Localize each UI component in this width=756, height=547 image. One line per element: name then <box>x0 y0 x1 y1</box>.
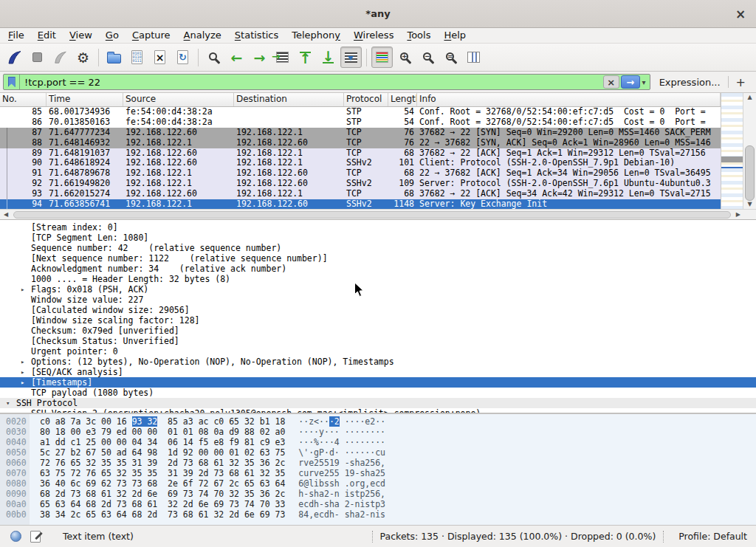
detail-line[interactable]: [Next sequence number: 1122 (relative se… <box>0 253 756 264</box>
expression-button[interactable]: Expression... <box>650 77 728 88</box>
hex-row[interactable]: 008036 40 6c 69 62 73 73 68 2e 6f 72 67 … <box>0 478 756 489</box>
titlebar[interactable]: *any × <box>0 0 756 28</box>
packet-row[interactable]: 9071.648618924192.168.122.60192.168.122.… <box>0 158 721 168</box>
hex-row[interactable]: 007063 75 72 76 65 32 35 35 31 39 2d 73 … <box>0 468 756 478</box>
column-header-source[interactable]: Source <box>123 93 234 106</box>
detail-line[interactable]: ▾SSH Protocol <box>0 398 756 408</box>
detail-line[interactable]: [Calculated window size: 29056] <box>0 305 756 315</box>
add-filter-button[interactable]: + <box>729 75 752 89</box>
detail-line[interactable]: ▸[Timestamps] <box>0 377 756 388</box>
detail-line[interactable]: [Stream index: 0] <box>0 222 756 233</box>
menu-item-statistics[interactable]: Statistics <box>228 28 285 43</box>
detail-line[interactable]: ▸Flags: 0x018 (PSH, ACK) <box>0 284 756 295</box>
packet-row[interactable]: 9271.661949820192.168.122.1192.168.122.6… <box>0 179 721 189</box>
go-forward-button[interactable]: → <box>249 47 270 68</box>
menu-item-analyze[interactable]: Analyze <box>177 28 228 43</box>
column-header-no[interactable]: No. <box>0 93 47 106</box>
auto-scroll-button[interactable] <box>340 47 362 68</box>
reload-file-button[interactable]: ↻ <box>172 47 193 68</box>
expand-arrow-icon[interactable]: ▸ <box>19 377 31 388</box>
restart-capture-button[interactable] <box>49 47 71 68</box>
detail-line[interactable]: ▸[SEQ/ACK analysis] <box>0 367 756 377</box>
packet-row[interactable]: 8971.648191037192.168.122.60192.168.122.… <box>0 148 721 159</box>
hex-row[interactable]: 00505c 27 b2 67 50 ad 64 98 1d 92 00 00 … <box>0 447 756 458</box>
filter-dropdown-icon[interactable]: ▾ <box>640 78 650 86</box>
detail-line[interactable]: Sequence number: 42 (relative sequence n… <box>0 243 756 253</box>
stop-capture-button[interactable] <box>27 47 48 68</box>
hscrollbar-thumb[interactable] <box>13 211 731 219</box>
packet-row[interactable]: 9171.648789678192.168.122.1192.168.122.6… <box>0 168 721 179</box>
packet-list-horizontal-scrollbar[interactable]: ◀ ▶ <box>0 209 756 219</box>
go-to-packet-button[interactable]: → <box>272 47 293 68</box>
find-packet-button[interactable] <box>203 47 224 68</box>
detail-line[interactable]: Window size value: 227 <box>0 295 756 305</box>
detail-line[interactable]: [Window size scaling factor: 128] <box>0 315 756 326</box>
hex-row[interactable]: 009068 2d 73 68 61 32 2d 6e 69 73 74 70 … <box>0 489 756 499</box>
save-file-button[interactable]: 010101100111 <box>126 47 148 68</box>
expert-info-icon[interactable] <box>10 531 21 542</box>
expand-arrow-icon[interactable]: ▸ <box>19 284 31 295</box>
scroll-down-icon[interactable]: ▼ <box>747 200 752 209</box>
column-header-protocol[interactable]: Protocol <box>344 93 388 106</box>
packet-row[interactable]: 9371.662015274192.168.122.60192.168.122.… <box>0 189 721 199</box>
menu-item-capture[interactable]: Capture <box>126 28 177 43</box>
menu-item-edit[interactable]: Edit <box>31 28 63 43</box>
packet-row[interactable]: 8670.013850163fe:54:00:d4:38:2aSTP54Conf… <box>0 117 721 128</box>
menu-item-go[interactable]: Go <box>99 28 126 43</box>
column-header-time[interactable]: Time <box>47 93 123 106</box>
detail-line[interactable]: Urgent pointer: 0 <box>0 346 756 357</box>
menu-item-help[interactable]: Help <box>437 28 472 43</box>
hex-row[interactable]: 0020c0 a8 7a 3c 00 16 93 32 85 a3 ac c0 … <box>0 416 756 427</box>
scrollbar-thumb[interactable] <box>745 145 755 201</box>
go-back-button[interactable]: ← <box>226 47 247 68</box>
menu-item-tools[interactable]: Tools <box>400 28 437 43</box>
packet-row[interactable]: 8568.001734936fe:54:00:d4:38:2aSTP54Conf… <box>0 107 721 117</box>
packet-row[interactable]: 8871.648146932192.168.122.1192.168.122.6… <box>0 138 721 148</box>
capture-options-button[interactable]: ⚙ <box>72 47 94 68</box>
intelligent-scrollbar-minimap[interactable] <box>721 93 743 209</box>
zoom-in-button[interactable]: + <box>394 47 416 68</box>
close-file-button[interactable]: × <box>149 47 171 68</box>
filter-clear-icon[interactable]: × <box>603 75 619 89</box>
filter-apply-icon[interactable]: → <box>621 75 640 89</box>
detail-line[interactable]: Acknowledgment number: 34 (relative ack … <box>0 264 756 274</box>
expand-arrow-icon[interactable]: ▸ <box>19 357 31 367</box>
detail-line[interactable]: [TCP Segment Len: 1080] <box>0 233 756 243</box>
detail-line[interactable]: Checksum: 0x79ed [unverified] <box>0 326 756 336</box>
resize-columns-button[interactable] <box>463 47 484 68</box>
detail-line[interactable]: TCP payload (1080 bytes) <box>0 388 756 398</box>
zoom-out-button[interactable]: − <box>417 47 439 68</box>
go-to-bottom-button[interactable]: ↓ <box>317 47 339 68</box>
scroll-up-icon[interactable]: ▲ <box>747 93 752 102</box>
expand-arrow-icon[interactable]: ▾ <box>4 398 16 408</box>
close-icon[interactable]: × <box>732 6 749 22</box>
packet-row[interactable]: 8771.647777234192.168.122.60192.168.122.… <box>0 128 721 138</box>
detail-line[interactable]: 1000 .... = Header Length: 32 bytes (8) <box>0 274 756 284</box>
scroll-left-icon[interactable]: ◀ <box>1 211 10 218</box>
menu-item-file[interactable]: File <box>1 28 31 43</box>
zoom-reset-button[interactable]: = <box>440 47 461 68</box>
menu-item-view[interactable]: View <box>63 28 99 43</box>
column-header-destination[interactable]: Destination <box>234 93 344 106</box>
hex-row[interactable]: 00b038 34 2c 65 63 64 68 2d 73 68 61 32 … <box>0 509 756 520</box>
profile-label[interactable]: Profile: Default <box>678 531 747 542</box>
expand-arrow-icon[interactable]: ▸ <box>19 367 31 377</box>
column-header-length[interactable]: Length <box>388 93 417 106</box>
hex-row[interactable]: 00a065 63 64 68 2d 73 68 61 32 2d 6e 69 … <box>0 499 756 509</box>
detail-line[interactable]: ▸Options: (12 bytes), No-Operation (NOP)… <box>0 357 756 367</box>
start-capture-button[interactable] <box>4 47 25 68</box>
open-file-button[interactable] <box>103 47 125 68</box>
filter-bookmark-icon[interactable] <box>4 75 20 89</box>
go-to-top-button[interactable]: ↑ <box>295 47 316 68</box>
hex-row[interactable]: 003080 18 00 e3 79 ed 00 00 01 01 08 0a … <box>0 427 756 437</box>
hex-row[interactable]: 006072 76 65 32 35 35 31 39 2d 73 68 61 … <box>0 458 756 468</box>
scroll-right-icon[interactable]: ▶ <box>734 211 743 218</box>
packet-row[interactable]: 9471.663856741192.168.122.1192.168.122.6… <box>0 199 721 209</box>
capture-comment-icon[interactable] <box>30 531 41 543</box>
menu-item-telephony[interactable]: Telephony <box>285 28 347 43</box>
display-filter-input[interactable]: !tcp.port == 22 × → ▾ <box>3 74 650 90</box>
packet-list-vertical-scrollbar[interactable]: ▲ ▼ <box>743 93 756 209</box>
expand-arrow-icon[interactable]: ▸ <box>19 408 31 414</box>
hex-row[interactable]: 0040a1 dd c1 25 00 00 04 34 06 14 f5 e8 … <box>0 437 756 447</box>
detail-line[interactable]: [Checksum Status: Unverified] <box>0 336 756 346</box>
